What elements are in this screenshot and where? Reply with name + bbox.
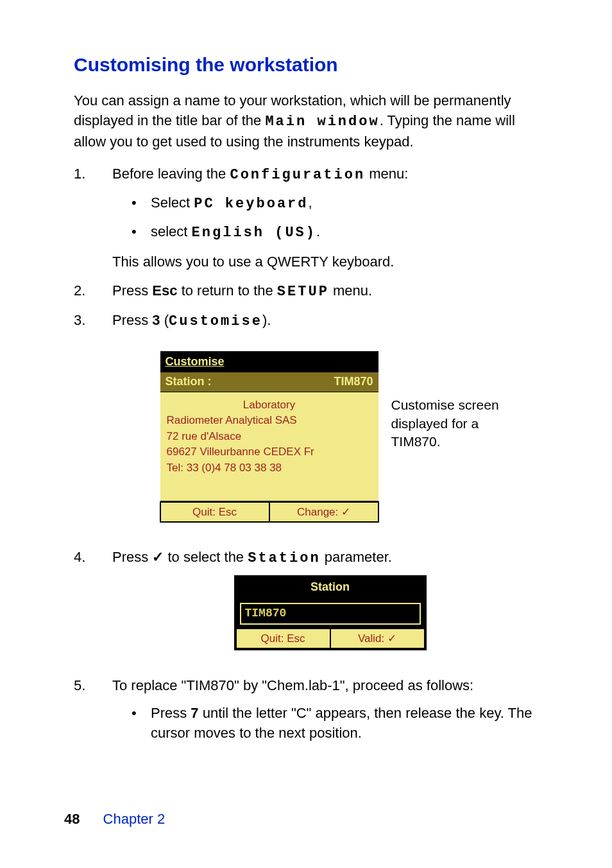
s2d: SETUP: [277, 284, 329, 300]
lcd-station-label: Station :: [166, 374, 212, 390]
s3a: Press: [112, 312, 152, 328]
s1s1-lead: Select: [151, 195, 194, 211]
intro-paragraph: You can assign a name to your workstatio…: [74, 91, 548, 152]
steps-list: Before leaving the Configuration menu: S…: [74, 164, 548, 743]
page-heading: Customising the workstation: [74, 51, 548, 78]
step-1-sub-2: select English (US).: [132, 222, 548, 243]
s2a: Press: [112, 282, 152, 299]
lcd-station-dialog: Station TIM870 Quit: Esc Valid: ✓: [234, 575, 427, 650]
step-1: Before leaving the Configuration menu: S…: [74, 164, 548, 272]
s1s2-mono: English (US): [192, 225, 316, 241]
lcd2-quit-button[interactable]: Quit: Esc: [235, 628, 331, 650]
s1s1-tail: ,: [309, 195, 312, 211]
lcd-quit-button[interactable]: Quit: Esc: [160, 501, 270, 523]
step-4: Press ✓ to select the Station parameter.…: [74, 548, 548, 650]
s1s2-lead: select: [151, 223, 192, 239]
lcd2-input-field[interactable]: TIM870: [240, 603, 421, 624]
s5s1b: 7: [191, 705, 198, 721]
s2e: menu.: [329, 282, 372, 299]
s4a: Press: [112, 549, 152, 565]
step-1-sublist: Select PC keyboard, select English (US).: [132, 193, 548, 243]
lcd2-valid-button[interactable]: Valid: ✓: [330, 628, 425, 650]
s4c: to select the: [164, 549, 248, 565]
step-1-tail: menu:: [365, 166, 408, 182]
s3b: 3: [152, 312, 160, 328]
s4e: parameter.: [321, 549, 392, 565]
s5s1a: Press: [151, 705, 191, 721]
s3e: ).: [262, 312, 271, 328]
s1s1-mono: PC keyboard: [194, 196, 308, 212]
s1s2-tail: .: [316, 223, 320, 239]
lcd2-footer: Quit: Esc Valid: ✓: [236, 629, 425, 649]
lcd-line-4: Tel: 33 (0)4 78 03 38 38: [167, 460, 372, 476]
lcd-titlebar: Customise: [160, 351, 378, 372]
s2c: to return to the: [178, 282, 277, 299]
figure-1-row: Customise Station : TIM870 Laboratory Ra…: [112, 351, 548, 522]
lcd-line-3: 69627 Villeurbanne CEDEX Fr: [167, 444, 372, 460]
s2b: Esc: [152, 282, 177, 299]
step-5: To replace "TIM870" by "Chem.lab-1", pro…: [74, 676, 548, 743]
lcd-title: Customise: [166, 354, 225, 370]
lcd-change-button[interactable]: Change: ✓: [269, 501, 379, 523]
step-5-sublist: Press 7 until the letter "C" appears, th…: [132, 704, 548, 743]
step-1-mono: Configuration: [230, 167, 365, 183]
page-footer: 48 Chapter 2: [64, 810, 165, 829]
lcd-footer: Quit: Esc Change: ✓: [160, 501, 378, 523]
page-number: 48: [64, 811, 80, 827]
figure-1-caption: Customise screen displayed for a TIM870.: [391, 351, 500, 451]
lcd-line-center: Laboratory: [167, 397, 372, 413]
s3c: (: [160, 312, 169, 328]
lcd-line-2: 72 rue d'Alsace: [167, 429, 372, 445]
s5-text: To replace "TIM870" by "Chem.lab-1", pro…: [112, 677, 473, 693]
step-1-note: This allows you to use a QWERTY keyboard…: [112, 252, 548, 272]
check-icon: ✓: [152, 549, 164, 565]
chapter-label: Chapter 2: [103, 811, 166, 827]
step-3: Press 3 (Customise). Customise Station :…: [74, 311, 548, 522]
s3d: Customise: [169, 313, 262, 329]
step-5-sub-1: Press 7 until the letter "C" appears, th…: [132, 704, 548, 743]
lcd-station-row: Station : TIM870: [160, 372, 378, 391]
intro-mono: Main window: [265, 114, 379, 130]
lcd-station-value: TIM870: [334, 374, 373, 390]
lcd-customise-screen: Customise Station : TIM870 Laboratory Ra…: [160, 351, 378, 522]
lcd2-title: Station: [236, 577, 425, 599]
s5s1c: until the letter "C" appears, then relea…: [151, 705, 532, 741]
step-1-lead: Before leaving the: [112, 166, 230, 182]
s4d: Station: [248, 550, 320, 566]
step-1-sub-1: Select PC keyboard,: [132, 193, 548, 214]
lcd-body: Laboratory Radiometer Analytical SAS 72 …: [160, 392, 378, 501]
figure-2-wrap: Station TIM870 Quit: Esc Valid: ✓: [112, 575, 548, 650]
step-2: Press Esc to return to the SETUP menu.: [74, 281, 548, 302]
lcd-line-1: Radiometer Analytical SAS: [167, 413, 372, 429]
